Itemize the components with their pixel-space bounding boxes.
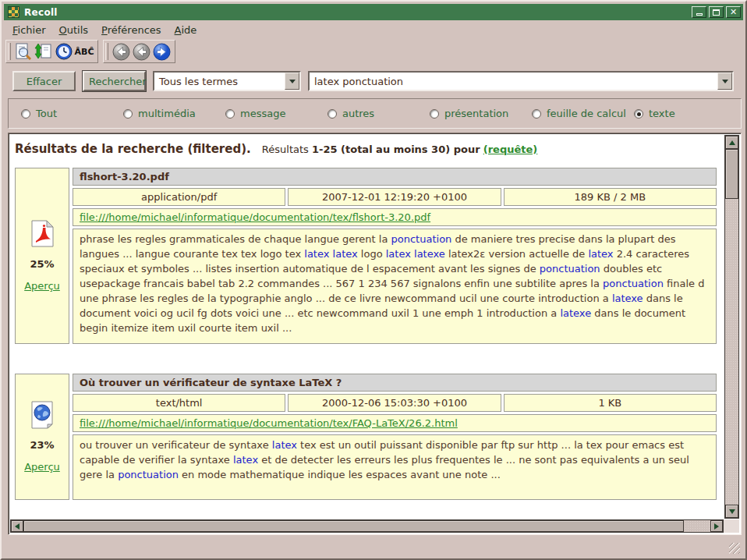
clock-icon <box>55 43 73 60</box>
result-url-cell: file:///home/michael/informatique/docume… <box>73 414 717 432</box>
search-mode-value: Tous les termes <box>159 76 238 87</box>
radio-icon <box>123 109 133 119</box>
history-button[interactable] <box>54 41 74 62</box>
html-globe-icon <box>29 401 55 429</box>
scroll-left-button[interactable] <box>11 520 23 532</box>
result-title: Où trouver un vérificateur de syntaxe La… <box>73 374 717 392</box>
toolbar-handle[interactable] <box>105 43 108 60</box>
menu-fichier[interactable]: Fichier <box>12 24 46 36</box>
toolbar-handle[interactable] <box>8 43 11 60</box>
radio-autres[interactable]: autres <box>327 108 430 119</box>
clear-button[interactable]: Effacer <box>12 71 76 91</box>
radio-feuille-de-calcul[interactable]: feuille de calcul <box>532 108 634 119</box>
result-meta-row: text/html 2000-12-06 15:03:30 +0100 1 KB <box>73 394 717 412</box>
result-url-link[interactable]: file:///home/michael/informatique/docume… <box>80 417 458 429</box>
query-detail-button[interactable] <box>13 41 34 62</box>
preview-link[interactable]: Aperçu <box>24 280 60 292</box>
chevron-down-icon[interactable] <box>285 73 299 90</box>
scroll-up-button[interactable] <box>725 136 738 149</box>
result-side-cell: 23% Aperçu <box>15 374 69 500</box>
radio-texte[interactable]: texte <box>634 108 675 119</box>
scroll-right-button[interactable] <box>710 520 723 532</box>
chevron-down-icon[interactable] <box>717 73 732 90</box>
window-controls: ✕ <box>692 6 741 18</box>
horizontal-scroll-thumb[interactable] <box>23 520 684 532</box>
minimize-button[interactable] <box>692 6 706 18</box>
result-size: 189 KB / 2 MB <box>504 188 717 206</box>
toolbar: ÂBĈ <box>5 40 175 63</box>
results-list: Résultats de la recherche (filtered). Ré… <box>10 135 724 519</box>
triangle-right-icon <box>714 523 719 530</box>
scrollbar-corner <box>724 519 739 533</box>
radio-presentation[interactable]: présentation <box>430 108 532 119</box>
preview-link[interactable]: Aperçu <box>24 461 60 473</box>
first-page-button[interactable] <box>111 41 131 62</box>
arrow-left-gray-icon <box>133 43 150 61</box>
triangle-down-icon <box>729 509 735 514</box>
window-title: Recoll <box>24 7 58 18</box>
result-meta-row: application/pdf 2007-12-01 12:19:20 +010… <box>73 188 717 206</box>
recoll-window: Recoll ✕ Fichier Outils Préférences Aide <box>0 0 747 560</box>
menu-preferences[interactable]: Préférences <box>101 24 161 36</box>
resize-grip[interactable] <box>729 543 740 554</box>
scroll-down-button[interactable] <box>725 505 738 518</box>
result-size: 1 KB <box>504 394 717 412</box>
triangle-left-icon <box>15 523 19 530</box>
result-entry: 23% Aperçu Où trouver un vérificateur de… <box>15 374 717 500</box>
radio-icon <box>225 109 235 119</box>
result-url-cell: file:///home/michael/informatique/docume… <box>73 208 717 226</box>
status-bar <box>5 535 742 555</box>
radio-icon <box>21 109 30 119</box>
document-update-icon <box>34 42 53 61</box>
search-input[interactable]: latex ponctuation <box>308 71 734 91</box>
radio-message[interactable]: message <box>225 108 327 119</box>
search-mode-select[interactable]: Tous les termes <box>153 71 301 91</box>
close-button[interactable]: ✕ <box>726 6 741 18</box>
search-button[interactable]: Rechercher <box>83 71 146 91</box>
result-title: flshort-3.20.pdf <box>73 168 717 186</box>
arrow-left-gray-icon <box>112 43 130 61</box>
result-detail: Où trouver un vérificateur de syntaxe La… <box>73 374 717 500</box>
result-detail: flshort-3.20.pdf application/pdf 2007-12… <box>73 168 717 344</box>
toolbar-group-nav <box>103 40 175 63</box>
result-mime: application/pdf <box>73 188 285 206</box>
results-header: Résultats de la recherche (filtered). Ré… <box>15 142 719 156</box>
update-index-button[interactable] <box>34 41 54 62</box>
radio-icon <box>532 109 541 119</box>
menu-aide[interactable]: Aide <box>175 24 197 36</box>
result-side-cell: 25% Aperçu <box>15 168 69 344</box>
query-link[interactable]: (requête) <box>483 144 538 155</box>
search-query-value: latex ponctuation <box>314 76 403 87</box>
vertical-scroll-thumb[interactable] <box>725 149 738 199</box>
results-panel: Résultats de la recherche (filtered). Ré… <box>8 133 742 535</box>
result-date: 2000-12-06 15:03:30 +0100 <box>288 394 501 412</box>
menu-outils[interactable]: Outils <box>59 24 89 36</box>
relevance-percent: 23% <box>30 439 54 451</box>
next-page-button[interactable] <box>151 41 172 62</box>
arrow-right-blue-icon <box>153 43 171 61</box>
relevance-percent: 25% <box>30 258 54 270</box>
vertical-scrollbar[interactable] <box>724 135 739 519</box>
close-icon: ✕ <box>730 8 737 16</box>
toolbar-group-main: ÂBĈ <box>5 40 98 63</box>
term-explorer-button[interactable]: ÂBĈ <box>74 41 94 62</box>
result-snippet: ou trouver un verificateur de syntaxe la… <box>73 434 717 500</box>
result-url-link[interactable]: file:///home/michael/informatique/docume… <box>80 211 430 223</box>
document-magnifier-icon <box>14 42 33 61</box>
previous-page-button[interactable] <box>131 41 151 62</box>
menubar: Fichier Outils Préférences Aide <box>5 22 742 38</box>
result-date: 2007-12-01 12:19:20 +0100 <box>288 188 501 206</box>
recoll-app-icon <box>8 6 19 18</box>
minimize-icon <box>696 13 703 16</box>
triangle-up-icon <box>729 140 735 145</box>
radio-multimedia[interactable]: multimédia <box>123 108 225 119</box>
maximize-button[interactable] <box>709 6 724 18</box>
radio-icon <box>430 109 439 119</box>
category-filter-frame: Tout multimédia message autres présentat… <box>8 98 742 129</box>
radio-tout[interactable]: Tout <box>21 108 123 119</box>
horizontal-scrollbar[interactable] <box>10 519 724 533</box>
search-bar: Effacer Rechercher Tous les termes latex… <box>12 71 734 91</box>
result-entry: 25% Aperçu flshort-3.20.pdf application/… <box>15 168 717 344</box>
result-snippet: phrase les regles grammaticales de chaqu… <box>73 229 717 344</box>
maximize-icon <box>713 9 720 16</box>
